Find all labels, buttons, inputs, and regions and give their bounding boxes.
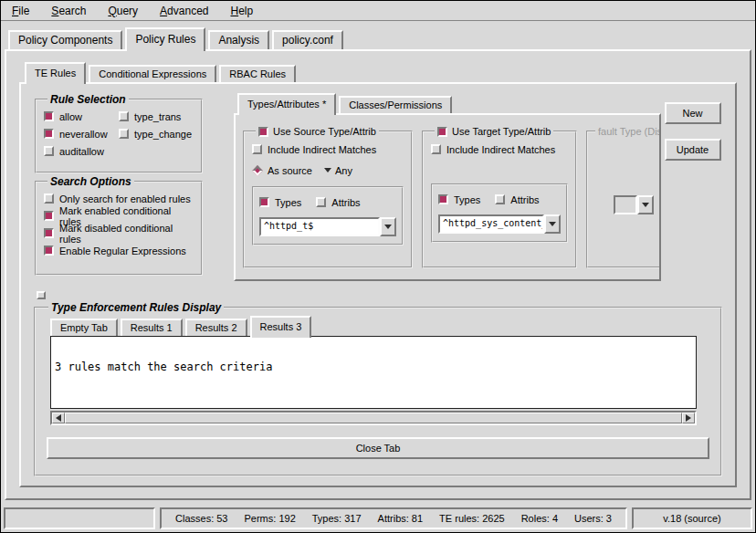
left-column: Rule Selection allow neverallow bbox=[35, 93, 203, 288]
main-tabs: Policy Components Policy Rules Analysis … bbox=[1, 22, 755, 49]
source-type-frame: Use Source Type/Attrib Include Indirect … bbox=[243, 126, 413, 268]
types-attributes-tabs: Types/Attributes * Classes/Permissions bbox=[234, 93, 661, 113]
rule-selection-frame: Rule Selection allow neverallow bbox=[35, 93, 203, 173]
checkbox-label: Enable Regular Expressions bbox=[59, 246, 186, 256]
radio-label: Types bbox=[275, 197, 301, 208]
results-frame-title: Type Enforcement Rules Display bbox=[48, 301, 224, 314]
checkbox-label: Only search for enabled rules bbox=[59, 193, 191, 204]
tab-results-3[interactable]: Results 3 bbox=[250, 316, 312, 338]
source-any-dropdown[interactable]: Any bbox=[324, 165, 352, 176]
tab-types-attributes[interactable]: Types/Attributes * bbox=[237, 93, 336, 115]
source-combo-dropdown-button[interactable] bbox=[380, 217, 396, 236]
action-buttons: New Update bbox=[661, 93, 724, 288]
checkbox-label: neverallow bbox=[59, 129, 108, 140]
checkbox-indicator-icon bbox=[252, 144, 262, 154]
checkbox-use-source-type[interactable]: Use Source Type/Attrib bbox=[258, 126, 376, 137]
new-button[interactable]: New bbox=[665, 102, 721, 124]
default-type-entry bbox=[614, 195, 637, 214]
stat-types: Types: 317 bbox=[312, 513, 362, 524]
tab-policy-conf[interactable]: policy.conf bbox=[272, 30, 343, 49]
menu-query[interactable]: Query bbox=[108, 5, 138, 17]
checkbox-label: Include Indirect Matches bbox=[268, 144, 376, 155]
checkbox-neverallow[interactable]: neverallow bbox=[44, 125, 119, 142]
checkbox-indicator-icon bbox=[119, 129, 129, 139]
radio-indicator-icon bbox=[259, 197, 269, 207]
default-type-combobox bbox=[614, 195, 654, 214]
menu-advanced[interactable]: Advanced bbox=[160, 5, 208, 17]
stat-attribs: Attribs: 81 bbox=[378, 513, 424, 524]
checkbox-indicator-icon bbox=[44, 228, 54, 238]
checkbox-label: Use Source Type/Attrib bbox=[273, 126, 376, 137]
checkbox-indicator-icon bbox=[437, 127, 447, 137]
scrollbar-thumb[interactable] bbox=[65, 413, 682, 423]
checkbox-indicator-icon bbox=[44, 111, 54, 121]
search-options-title: Search Options bbox=[47, 175, 134, 188]
menu-file[interactable]: File bbox=[12, 5, 29, 17]
target-type-entry[interactable]: ^httpd_sys_content_t$ bbox=[438, 214, 544, 234]
checkbox-source-indirect[interactable]: Include Indirect Matches bbox=[252, 141, 404, 158]
tab-policy-rules[interactable]: Policy Rules bbox=[125, 27, 205, 51]
tab-policy-components[interactable]: Policy Components bbox=[8, 30, 122, 49]
sash-handle[interactable] bbox=[37, 291, 46, 299]
stat-perms: Perms: 192 bbox=[245, 513, 296, 524]
target-type-combobox: ^httpd_sys_content_t$ bbox=[438, 214, 561, 234]
menu-help[interactable]: Help bbox=[230, 5, 253, 17]
tab-results-1[interactable]: Results 1 bbox=[121, 319, 183, 336]
target-types-box: Types Attribs ^httpd_sys_content_t$ bbox=[431, 183, 568, 243]
policy-rules-panel: TE Rules Conditional Expressions RBAC Ru… bbox=[5, 49, 751, 500]
tab-te-rules[interactable]: TE Rules bbox=[25, 62, 86, 84]
te-rules-panel: Rule Selection allow neverallow bbox=[19, 82, 737, 487]
search-criteria-section: Rule Selection allow neverallow bbox=[32, 93, 724, 288]
tab-rbac-rules[interactable]: RBAC Rules bbox=[219, 65, 296, 82]
tab-classes-permissions[interactable]: Classes/Permissions bbox=[339, 96, 452, 113]
tab-analysis[interactable]: Analysis bbox=[208, 30, 269, 49]
checkbox-use-target-type[interactable]: Use Target Type/Attrib bbox=[437, 126, 551, 137]
radio-as-source-label[interactable]: As source bbox=[268, 165, 312, 176]
checkbox-label: allow bbox=[59, 111, 82, 122]
status-stats: Classes: 53 Perms: 192 Types: 317 Attrib… bbox=[160, 507, 627, 529]
target-frame-legend: Use Target Type/Attrib bbox=[435, 126, 553, 137]
default-frame-title: fault Type (Disa bbox=[595, 126, 661, 137]
radio-label: Types bbox=[454, 194, 480, 205]
checkbox-indicator-icon bbox=[44, 129, 54, 139]
scroll-left-button[interactable] bbox=[52, 413, 65, 423]
horizontal-scrollbar[interactable] bbox=[50, 411, 697, 425]
checkbox-enable-regex[interactable]: Enable Regular Expressions bbox=[44, 242, 194, 259]
close-tab-button[interactable]: Close Tab bbox=[47, 437, 709, 459]
tab-empty[interactable]: Empty Tab bbox=[50, 319, 118, 336]
radio-target-attribs[interactable]: Attribs bbox=[495, 191, 539, 208]
checkbox-label: auditallow bbox=[59, 146, 104, 157]
dropdown-arrow-icon bbox=[549, 222, 556, 226]
checkbox-mark-disabled-conditional[interactable]: Mark disabled conditional rules bbox=[44, 225, 194, 242]
radio-source-attribs[interactable]: Attribs bbox=[316, 193, 360, 211]
tab-conditional-expressions[interactable]: Conditional Expressions bbox=[89, 65, 216, 82]
source-type-entry[interactable]: ^httpd_t$ bbox=[259, 217, 380, 236]
tab-results-2[interactable]: Results 2 bbox=[185, 319, 247, 336]
radio-label: Attribs bbox=[331, 197, 360, 208]
radio-target-types[interactable]: Types bbox=[438, 191, 480, 208]
checkbox-indicator-icon bbox=[431, 144, 441, 154]
checkbox-type-trans[interactable]: type_trans bbox=[119, 108, 192, 125]
left-arrow-icon bbox=[56, 414, 61, 422]
menu-search[interactable]: Search bbox=[51, 5, 86, 17]
target-combo-dropdown-button[interactable] bbox=[544, 214, 561, 234]
results-text-area[interactable]: 3 rules match the search criteria (5822)… bbox=[50, 336, 697, 409]
update-button[interactable]: Update bbox=[665, 139, 721, 161]
radio-as-source-icon[interactable] bbox=[252, 165, 262, 175]
rule-type-tabs: TE Rules Conditional Expressions RBAC Ru… bbox=[19, 62, 737, 82]
radio-source-types[interactable]: Types bbox=[259, 193, 301, 211]
scroll-right-button[interactable] bbox=[682, 413, 695, 423]
checkbox-indicator-icon bbox=[119, 111, 129, 121]
radio-indicator-icon bbox=[438, 194, 448, 204]
results-tabs: Empty Tab Results 1 Results 2 Results 3 bbox=[45, 316, 711, 336]
checkbox-indicator-icon bbox=[44, 211, 54, 221]
checkbox-allow[interactable]: allow bbox=[44, 108, 119, 125]
radio-indicator-icon bbox=[316, 197, 326, 207]
search-options-frame: Search Options Only search for enabled r… bbox=[35, 175, 203, 276]
right-arrow-icon bbox=[686, 414, 691, 422]
checkbox-auditallow[interactable]: auditallow bbox=[44, 142, 119, 160]
stat-te-rules: TE rules: 2625 bbox=[439, 513, 505, 524]
checkbox-target-indirect[interactable]: Include Indirect Matches bbox=[431, 141, 568, 158]
checkbox-type-change[interactable]: type_change bbox=[119, 125, 192, 142]
source-frame-legend: Use Source Type/Attrib bbox=[256, 126, 379, 137]
